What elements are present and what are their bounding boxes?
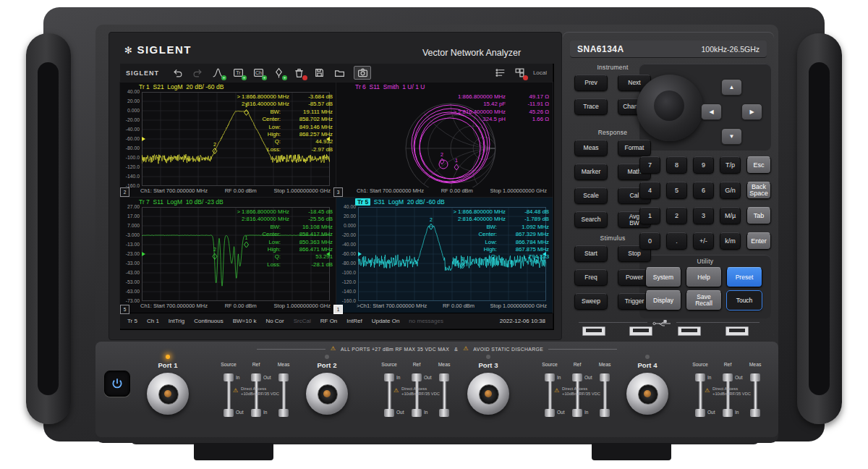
jumper-connector[interactable]: [224, 373, 234, 381]
key-marker[interactable]: Marker: [574, 164, 608, 180]
open-icon[interactable]: [333, 67, 346, 79]
jumper-connector[interactable]: [572, 373, 582, 381]
key-help[interactable]: Help: [686, 267, 722, 287]
jumper-connector[interactable]: [278, 409, 289, 417]
jumper-connector[interactable]: [224, 409, 234, 417]
window-chip-3[interactable]: 3: [333, 187, 343, 197]
jumper-connector[interactable]: [251, 373, 261, 381]
jumper-connector[interactable]: [278, 373, 289, 381]
key-8[interactable]: 8: [666, 156, 687, 174]
window-chip-2[interactable]: 2: [120, 187, 129, 197]
key-scale[interactable]: Scale: [574, 187, 608, 204]
key-preset[interactable]: Preset: [726, 267, 762, 287]
key-2[interactable]: 2: [666, 207, 687, 224]
key-tab[interactable]: Tab: [746, 207, 771, 224]
add-trace-window-icon[interactable]: Tr+: [232, 67, 244, 79]
menu-list-icon[interactable]: [494, 67, 506, 79]
key-display[interactable]: Display: [645, 290, 681, 310]
jumper-connector[interactable]: [439, 409, 449, 417]
arrow-up-key[interactable]: ▲: [721, 79, 742, 96]
measurement-window-tr7[interactable]: Tr 7 S11 LogM 10 dB/ -23 dB> 1:866.80000…: [120, 198, 336, 313]
key-[interactable]: +/-: [693, 232, 714, 250]
add-trace-icon[interactable]: +: [212, 67, 224, 79]
measurement-window-tr6[interactable]: Tr 6 S11 Smith 1 U/ 1 U1:866.800000 MHz4…: [336, 83, 553, 198]
add-marker-icon[interactable]: +: [273, 67, 285, 79]
arrow-right-key[interactable]: ▶: [741, 103, 762, 120]
usb-port-4[interactable]: [726, 326, 749, 336]
key-7[interactable]: 7: [639, 156, 660, 174]
jumper-connector[interactable]: [439, 373, 449, 381]
add-channel-icon[interactable]: Ch+: [252, 67, 265, 79]
key-t-p[interactable]: T/p: [720, 156, 741, 174]
usb-port-3[interactable]: [678, 326, 701, 336]
remote-status-icon[interactable]: [514, 67, 526, 79]
key-trace[interactable]: Trace: [574, 98, 608, 115]
trace-id[interactable]: Tr 6: [355, 83, 366, 90]
key-5[interactable]: 5: [666, 182, 687, 199]
key-k-m[interactable]: k/m: [720, 232, 741, 250]
jumper-connector[interactable]: [572, 409, 582, 417]
jumper-connector[interactable]: [412, 409, 422, 417]
key-format[interactable]: Format: [618, 140, 651, 156]
key-4[interactable]: 4: [639, 182, 660, 199]
arrow-down-key[interactable]: ▼: [721, 128, 742, 145]
key-enter[interactable]: Enter: [746, 232, 771, 250]
key-start[interactable]: Start: [574, 245, 608, 262]
jumper-connector[interactable]: [412, 373, 422, 381]
jumper-connector[interactable]: [384, 373, 394, 381]
window-chip-5[interactable]: 5: [120, 305, 129, 314]
rotary-knob[interactable]: [637, 75, 703, 141]
jumper-connector[interactable]: [723, 409, 733, 417]
jumper-connector[interactable]: [750, 373, 760, 381]
jumper-connector[interactable]: [723, 373, 733, 381]
jumper-connector[interactable]: [545, 373, 555, 381]
key-sweep[interactable]: Sweep: [574, 293, 608, 310]
jumper-connector[interactable]: [750, 409, 760, 417]
key-freq[interactable]: Freq: [574, 269, 608, 286]
jumper-connector[interactable]: [384, 409, 394, 417]
window-chip-1[interactable]: 1: [333, 305, 343, 314]
toolbar-brand[interactable]: SIGLENT: [126, 69, 159, 77]
delete-icon[interactable]: [293, 67, 305, 79]
trace-id[interactable]: Tr 1: [139, 83, 150, 90]
key-1[interactable]: 1: [639, 207, 660, 224]
measurement-window-tr5[interactable]: Tr 5 S31 LogM 20 dB/ -60 dB> 1:866.80000…: [336, 198, 553, 313]
key-esc[interactable]: Esc: [746, 156, 771, 174]
jumper-connector[interactable]: [545, 409, 555, 417]
power-button[interactable]: [104, 371, 130, 397]
key-system[interactable]: System: [645, 267, 681, 287]
left-handle: [26, 33, 71, 424]
key-meas[interactable]: Meas: [574, 140, 608, 156]
jumper-connector[interactable]: [251, 409, 261, 417]
key-9[interactable]: 9: [693, 156, 714, 174]
key-back-space[interactable]: Back Space: [746, 182, 771, 199]
undo-icon[interactable]: [171, 67, 184, 79]
measurement-window-tr1[interactable]: Tr 1 S21 LogM 20 dB/ -60 dB> 1:866.80000…: [120, 83, 336, 198]
key-m[interactable]: M/µ: [720, 207, 741, 224]
usb-port-1[interactable]: [582, 326, 605, 336]
status-item-ch-1: Ch 1: [147, 318, 159, 324]
key-6[interactable]: 6: [693, 182, 714, 199]
key-touch[interactable]: Touch: [726, 290, 762, 310]
screenshot-icon[interactable]: [354, 66, 371, 80]
arrow-left-key[interactable]: ◀: [701, 103, 722, 120]
jumper-connector[interactable]: [695, 409, 705, 417]
jumper-connector[interactable]: [600, 373, 610, 381]
jumper-connector[interactable]: [695, 373, 705, 381]
key-prev[interactable]: Prev: [574, 75, 608, 91]
key-[interactable]: .: [666, 232, 687, 250]
key-3[interactable]: 3: [693, 207, 714, 224]
key-0[interactable]: 0: [639, 232, 660, 250]
trace-id[interactable]: Tr 5: [355, 198, 370, 206]
save-icon[interactable]: [313, 67, 326, 79]
redo-icon[interactable]: [192, 67, 204, 79]
warning-triangle-icon: ⚠: [331, 346, 336, 352]
vna-front-panel: ✻SIGLENT Vector Network Analyzer SIGLENT…: [0, 0, 868, 469]
key-search[interactable]: Search: [574, 211, 608, 228]
jumper-connector[interactable]: [600, 409, 610, 417]
trace-id[interactable]: Tr 7: [139, 198, 150, 206]
svg-text:1: 1: [455, 158, 458, 163]
usb-port-2[interactable]: [629, 326, 652, 336]
key-g-n[interactable]: G/n: [720, 182, 741, 199]
key-save-recall[interactable]: Save Recall: [686, 290, 722, 310]
